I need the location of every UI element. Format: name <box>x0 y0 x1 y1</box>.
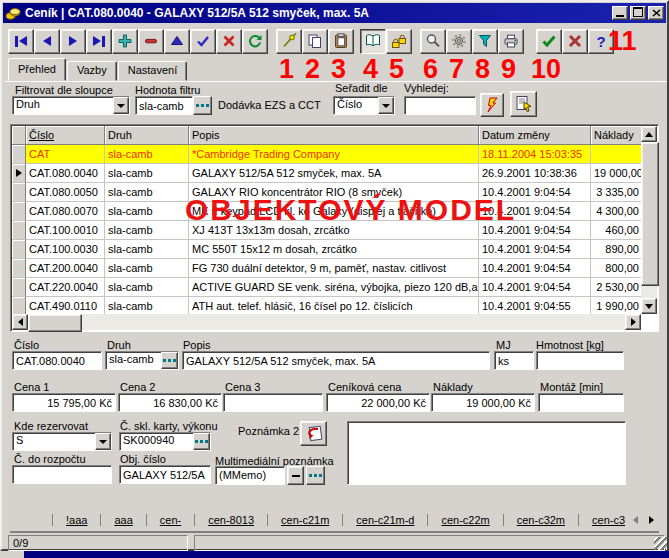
dataset-tab[interactable]: cen-c21m-d <box>342 514 427 526</box>
search-input[interactable] <box>404 96 476 115</box>
skl-karta-field[interactable]: SK000940 <box>119 432 211 451</box>
popis-field[interactable] <box>182 351 490 370</box>
settings-button[interactable] <box>446 29 472 54</box>
first-record-button[interactable] <box>8 29 34 54</box>
horizontal-scroll-thumb[interactable] <box>28 314 82 332</box>
refresh-button[interactable] <box>242 29 268 54</box>
dataset-tab[interactable]: cen-8013 <box>194 514 267 526</box>
grid-header-druh[interactable]: Druh <box>105 126 189 145</box>
horizontal-scroll-track[interactable] <box>82 314 625 330</box>
sort-select[interactable]: Číslo <box>333 96 395 115</box>
poznamka2-memo[interactable] <box>347 421 626 485</box>
next-record-button[interactable] <box>60 29 86 54</box>
book-button[interactable] <box>360 29 386 54</box>
pin-button[interactable] <box>276 29 302 54</box>
filter-value-input[interactable] <box>135 96 193 115</box>
filter-value-ellipsis-button[interactable] <box>193 96 212 115</box>
tab-vazby[interactable]: Vazby <box>67 61 117 81</box>
grid-header-naklady[interactable]: Náklady <box>591 126 641 145</box>
rozpocet-field[interactable] <box>12 465 112 484</box>
table-row[interactable]: CAT.220.0040sla-cambACTIVE GUARD SE venk… <box>12 278 641 297</box>
cislo-field[interactable] <box>12 351 102 370</box>
mj-field[interactable] <box>494 351 534 370</box>
cancel-record-button[interactable] <box>216 29 242 54</box>
grid-header-cislo[interactable]: Číslo <box>26 126 105 145</box>
close-button[interactable] <box>648 6 664 20</box>
cena3-label: Cena 3 <box>225 381 260 393</box>
scroll-left-button[interactable] <box>12 314 28 330</box>
druh-ellipsis-button[interactable] <box>161 352 178 369</box>
copy-button[interactable] <box>302 29 328 54</box>
paste-button[interactable] <box>328 29 354 54</box>
cena1-label: Cena 1 <box>14 381 49 393</box>
annotation-7: 7 <box>449 56 464 83</box>
dataset-tab[interactable]: aaa <box>100 514 145 526</box>
search-execute-button[interactable] <box>480 93 504 117</box>
vertical-scroll-thumb[interactable] <box>641 142 659 286</box>
table-row[interactable]: CAT.490.0110sla-cambATH aut. telef. hlás… <box>12 297 641 314</box>
grid-header-popis[interactable]: Popis <box>189 126 479 145</box>
resize-grip[interactable] <box>654 537 667 550</box>
scroll-down-button[interactable] <box>641 298 657 314</box>
tab-prehled[interactable]: Přehled <box>8 58 66 81</box>
grid-header-datum[interactable]: Datum změny <box>479 126 591 145</box>
tab-nastaveni[interactable]: Nastavení <box>118 61 188 81</box>
dataset-tab[interactable]: cen- <box>146 514 194 526</box>
mmemo-ellipsis-button[interactable] <box>306 466 325 485</box>
locks-button[interactable] <box>386 29 412 54</box>
skl-karta-ellipsis-button[interactable] <box>193 433 210 450</box>
locks-icon <box>391 33 407 49</box>
cenikova-cena-field[interactable] <box>326 393 430 412</box>
search-button[interactable] <box>420 29 446 54</box>
dataset-tabs-scroll-left-button[interactable] <box>627 512 643 528</box>
filter-column-select[interactable]: Druh <box>12 96 130 115</box>
filter-column-dropdown-button[interactable] <box>113 97 129 114</box>
dataset-tab[interactable]: cen-c32m <box>503 514 578 526</box>
delete-record-button[interactable] <box>138 29 164 54</box>
maximize-button[interactable] <box>630 6 646 20</box>
kde-dropdown-button[interactable] <box>95 433 111 450</box>
confirm-button[interactable] <box>536 29 562 54</box>
insert-record-button[interactable] <box>112 29 138 54</box>
dataset-tab[interactable]: !aaa <box>52 514 100 526</box>
edit-record-button[interactable] <box>164 29 190 54</box>
cell-datum: 18.11.2004 15:03:35 <box>479 145 591 164</box>
obj-cislo-field[interactable] <box>119 465 211 484</box>
scroll-right-button[interactable] <box>625 314 641 330</box>
druh-value: sla-camb <box>106 352 161 369</box>
filter-button[interactable] <box>472 29 498 54</box>
dataset-tab[interactable]: cen-c22m <box>427 514 502 526</box>
table-row[interactable]: CAT.100.0030sla-cambMC 550T 15x12 m dosa… <box>12 240 641 259</box>
dataset-tab[interactable]: cen-c21m <box>267 514 342 526</box>
naklady-field[interactable] <box>431 393 535 412</box>
last-record-button[interactable] <box>86 29 112 54</box>
druh-field[interactable]: sla-camb <box>105 351 179 370</box>
table-row[interactable]: CAT.080.0040sla-cambGALAXY 512/5A 512 sm… <box>12 164 641 183</box>
montaz-field[interactable] <box>538 393 624 412</box>
cena2-field[interactable] <box>118 393 222 412</box>
pricelist-grid[interactable]: Číslo Druh Popis Datum změny Náklady CAT… <box>10 124 659 332</box>
scroll-up-button[interactable] <box>641 126 657 142</box>
prior-record-button[interactable] <box>34 29 60 54</box>
grid-vertical-scrollbar[interactable] <box>641 126 657 314</box>
table-row[interactable]: CAT.200.0040sla-cambFG 730 duální detekt… <box>12 259 641 278</box>
hmotnost-field[interactable] <box>536 351 624 370</box>
poznamka2-button[interactable] <box>300 421 327 446</box>
dataset-tab[interactable]: cen-c3 <box>578 514 627 526</box>
sort-dropdown-button[interactable] <box>378 97 394 114</box>
mmemo-clear-button[interactable] <box>287 466 304 485</box>
print-button[interactable] <box>498 29 524 54</box>
grid-horizontal-scrollbar[interactable] <box>12 314 641 330</box>
locate-record-button[interactable] <box>510 91 537 117</box>
toolbar: ? <box>4 24 667 58</box>
discard-button[interactable] <box>562 29 588 54</box>
kde-rezervovat-select[interactable]: S <box>12 432 112 451</box>
cena3-field[interactable] <box>223 393 323 412</box>
minimize-button[interactable] <box>612 6 628 20</box>
table-row[interactable]: CATsla-camb*Cambridge Trading Company18.… <box>12 145 641 164</box>
chevron-down-icon <box>99 440 107 444</box>
mmemo-field[interactable]: (MMemo) <box>215 466 285 485</box>
post-record-button[interactable] <box>190 29 216 54</box>
cena1-field[interactable] <box>12 393 116 412</box>
dataset-tabs-scroll-right-button[interactable] <box>643 512 659 528</box>
